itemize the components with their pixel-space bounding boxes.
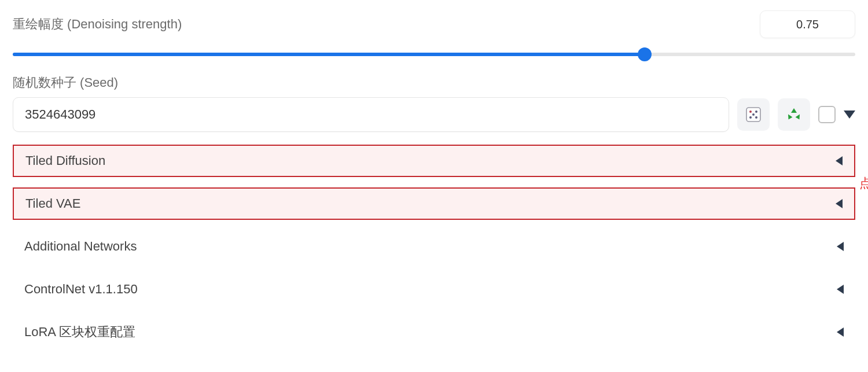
extra-checkbox[interactable] [818,106,836,123]
denoise-label: 重绘幅度 (Denoising strength) [13,16,182,33]
dice-icon[interactable] [737,98,770,131]
denoise-value[interactable]: 0.75 [760,10,855,38]
panel-additional-networks[interactable]: Additional Networks [13,230,855,263]
panel-label: LoRA 区块权重配置 [24,323,135,341]
svg-point-2 [755,111,757,113]
svg-point-5 [752,113,755,116]
denoise-slider[interactable] [13,49,855,60]
slider-thumb[interactable] [638,47,652,61]
panel-tiled-diffusion[interactable]: Tiled Diffusion [13,145,855,177]
panel-label: Tiled VAE [25,196,80,211]
panel-tiled-vae[interactable]: Tiled VAE [13,187,855,220]
collapse-left-icon [837,327,844,337]
panel-label: Additional Networks [24,239,137,254]
svg-point-1 [749,111,752,113]
collapse-left-icon [837,285,844,294]
svg-point-4 [755,116,757,119]
panel-label: ControlNet v1.1.150 [24,282,138,297]
collapse-left-icon [837,242,844,251]
callout-label: 点击展开 [859,175,868,192]
collapse-left-icon [836,156,843,165]
seed-label: 随机数种子 (Seed) [13,74,855,91]
recycle-icon[interactable] [778,98,810,131]
svg-point-3 [749,116,752,119]
panel-label: Tiled Diffusion [25,153,105,168]
collapse-left-icon [836,199,843,208]
panel-lora-[interactable]: LoRA 区块权重配置 [13,316,855,348]
slider-fill [13,53,645,56]
seed-input[interactable] [13,97,729,132]
panel-controlnet-v1-1-150[interactable]: ControlNet v1.1.150 [13,273,855,305]
expand-down-icon[interactable] [844,111,855,119]
